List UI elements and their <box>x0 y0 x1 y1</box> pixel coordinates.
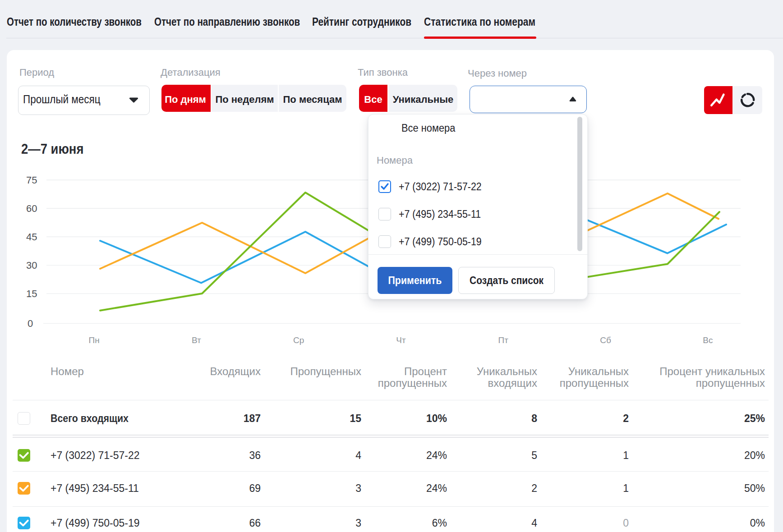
svg-text:60: 60 <box>26 203 37 214</box>
svg-text:Пт: Пт <box>498 335 509 345</box>
svg-text:75: 75 <box>26 174 37 186</box>
svg-text:Сб: Сб <box>600 335 611 345</box>
svg-text:Вс: Вс <box>703 335 713 345</box>
svg-text:Чт: Чт <box>396 335 406 345</box>
svg-text:15: 15 <box>26 288 37 299</box>
svg-text:45: 45 <box>26 231 37 243</box>
svg-text:Пн: Пн <box>89 335 100 345</box>
svg-text:Ср: Ср <box>293 335 304 345</box>
svg-text:Вт: Вт <box>192 335 201 345</box>
svg-text:30: 30 <box>26 260 37 271</box>
svg-text:0: 0 <box>28 318 33 329</box>
